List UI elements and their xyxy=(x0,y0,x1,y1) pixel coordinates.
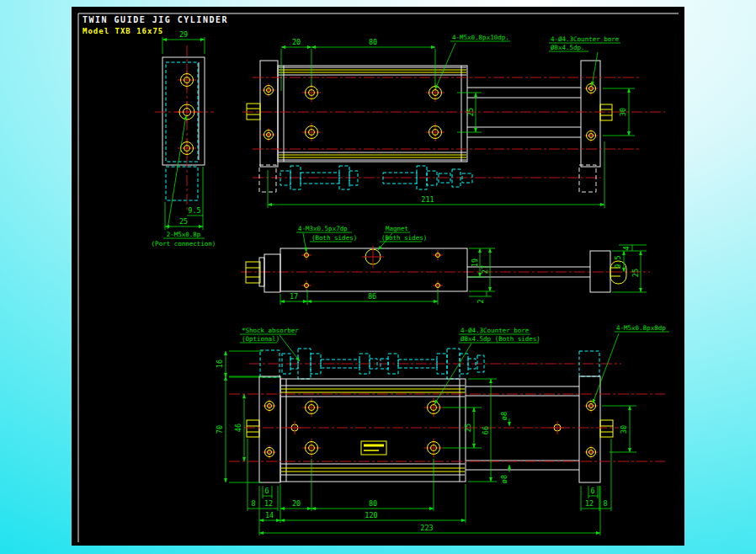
label-magnet-1: Magnet xyxy=(386,225,408,232)
bottom-view: *Shock absorber (Optional) 16 xyxy=(216,324,669,535)
dim-rod-dia-bottom: ø8 xyxy=(500,475,508,483)
dim-bottom-6-left: 6 xyxy=(264,487,269,495)
label-top-cbore-1: 4-Ø4.3Counter bore xyxy=(551,35,620,43)
drawing-model: Model TXB 16x75 xyxy=(83,27,163,35)
dim-side-19: 19 xyxy=(471,258,479,267)
magnet-hole xyxy=(362,246,384,268)
dim-side-9-5: 9.5 xyxy=(614,255,622,268)
dim-top-hole-rows: 25 xyxy=(466,108,475,116)
desktop: { "title": { "line1": "TWIN GUIDE JIG CY… xyxy=(0,0,756,554)
dim-top-hole-span: 80 xyxy=(369,38,377,46)
dim-bottom-70: 70 xyxy=(216,425,224,434)
label-port-connection-1: 2-M5x0.8p xyxy=(167,231,201,238)
label-shock-absorber-2: (Optional) xyxy=(242,335,280,343)
dim-bottom-46: 46 xyxy=(234,423,242,432)
dim-end-port-offset: 9.5 xyxy=(188,206,200,215)
cad-viewport[interactable]: TWIN GUIDE JIG CYLINDER Model TXB 16x75 … xyxy=(72,7,684,546)
nameplate xyxy=(361,441,386,455)
dim-bottom-30: 30 xyxy=(620,425,628,434)
dim-side-17: 17 xyxy=(290,292,298,301)
dim-top-plate-holes: 30 xyxy=(619,108,627,116)
dim-bottom-120: 120 xyxy=(365,511,377,519)
dim-side-2: 2 xyxy=(476,299,485,303)
side-view: 4-M3x0.5px7dp (Both sides) Magnet (Both … xyxy=(241,225,650,305)
dim-side-27: 27 xyxy=(481,265,489,274)
dim-bottom-16: 16 xyxy=(216,360,224,368)
dim-top-total: 211 xyxy=(421,195,434,204)
label-side-tap-2: (Both sides) xyxy=(311,234,357,242)
dim-bottom-223: 223 xyxy=(420,524,433,532)
dim-bottom-8-right: 8 xyxy=(603,499,607,508)
dim-bottom-8-left: 8 xyxy=(251,499,255,508)
label-top-cbore-2: Ø8x4.5dp. xyxy=(551,44,585,51)
label-bottom-tap: 4-M5x0.8px8dp xyxy=(616,324,666,332)
rod-end-circle-right xyxy=(551,421,564,434)
label-top-tap: 4-M5x0.8px10dp. xyxy=(452,34,509,41)
dim-bottom-12-left: 12 xyxy=(264,499,273,508)
top-view: 20 80 4-M5x0.8px10dp. 4-Ø4.3Counter bore… xyxy=(242,34,665,208)
label-side-tap-1: 4-M3x0.5px7dp xyxy=(298,225,348,232)
dim-end-base: 25 xyxy=(179,217,188,226)
dim-end-width: 29 xyxy=(179,30,188,39)
dim-side-4: 4 xyxy=(622,246,631,250)
dim-bottom-20: 20 xyxy=(292,499,301,508)
drawing-title: TWIN GUIDE JIG CYLINDER xyxy=(83,15,228,24)
label-bottom-cbore-2: Ø8x4.5dp (Both sides) xyxy=(461,335,540,343)
port-fitting-right-bottom xyxy=(600,420,613,437)
dim-side-86: 86 xyxy=(368,292,376,301)
dim-bottom-66: 66 xyxy=(482,426,490,434)
dim-bottom-14: 14 xyxy=(265,511,274,519)
end-view: 29 9.5 25 2-M5x0.8p (Port connection) xyxy=(152,30,216,248)
dim-bottom-12-right: 12 xyxy=(585,499,594,508)
dim-bottom-25: 25 xyxy=(464,423,472,432)
dim-side-25: 25 xyxy=(631,269,640,277)
cad-drawing-canvas: TWIN GUIDE JIG CYLINDER Model TXB 16x75 … xyxy=(72,7,684,546)
rod-end-circle-left xyxy=(288,421,301,434)
label-port-connection-2: (Port connection) xyxy=(152,240,216,248)
label-shock-absorber-1: *Shock absorber xyxy=(242,327,299,334)
dim-bottom-6-right: 6 xyxy=(590,487,594,495)
dim-top-hole-start: 20 xyxy=(292,38,301,46)
label-bottom-cbore-1: 4-Ø4.3Counter bore xyxy=(461,327,530,334)
dim-rod-dia-top: ø8 xyxy=(500,412,508,420)
port-fitting-left-bottom xyxy=(247,420,259,437)
dim-bottom-80: 80 xyxy=(369,499,377,508)
